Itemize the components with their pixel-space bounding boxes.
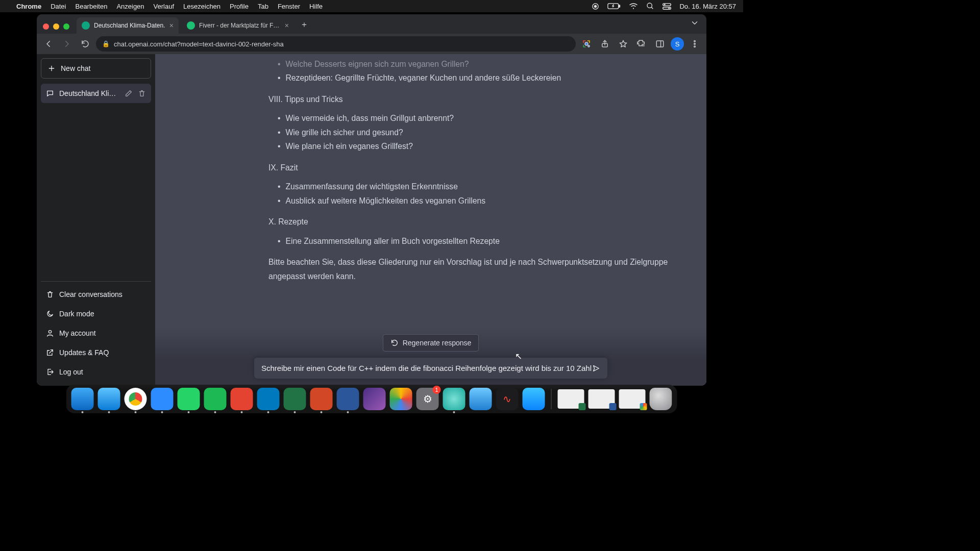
- window-close-button[interactable]: [43, 23, 49, 30]
- tab-title: Deutschland Klima-Daten.: [94, 22, 165, 29]
- side-panel-button[interactable]: [652, 36, 668, 52]
- browser-tab[interactable]: Fiverr - der Marktplatz für Fre… ×: [182, 17, 294, 34]
- svg-point-14: [694, 40, 696, 42]
- dock-zoom-icon[interactable]: [151, 388, 174, 410]
- new-chat-label: New chat: [61, 64, 90, 72]
- section-heading: VIII. Tipps und Tricks: [268, 92, 670, 106]
- menubar-item[interactable]: Tab: [258, 3, 268, 10]
- close-tab-icon[interactable]: ×: [169, 21, 174, 30]
- browser-toolbar: 🔒 chat.openai.com/chat?model=text-davinc…: [37, 34, 706, 54]
- dock-minimized-window[interactable]: [619, 389, 646, 409]
- menubar-item[interactable]: Anzeigen: [116, 3, 144, 10]
- address-bar[interactable]: 🔒 chat.openai.com/chat?model=text-davinc…: [96, 36, 576, 52]
- chat-main-area: Welche Desserts eignen sich zum veganen …: [155, 54, 706, 386]
- google-lens-icon[interactable]: [579, 36, 594, 52]
- menubar-item[interactable]: Profile: [230, 3, 249, 10]
- svg-point-17: [48, 331, 51, 333]
- svg-point-16: [694, 46, 696, 47]
- my-account-button[interactable]: My account: [41, 323, 151, 343]
- tab-overflow-icon[interactable]: [690, 18, 699, 30]
- svg-point-5: [647, 3, 652, 8]
- browser-tab[interactable]: Deutschland Klima-Daten. ×: [77, 17, 179, 34]
- dock-app-icon[interactable]: [443, 388, 465, 410]
- dock-chrome-icon[interactable]: [125, 388, 147, 410]
- list-item: Wie vermeide ich, dass mein Grillgut anb…: [278, 111, 670, 125]
- control-center-icon[interactable]: [663, 3, 671, 10]
- menubar-item[interactable]: Lesezeichen: [183, 3, 220, 10]
- svg-point-4: [633, 8, 634, 9]
- regenerate-response-button[interactable]: Regenerate response: [383, 334, 479, 352]
- dock-separator: [551, 389, 552, 409]
- svg-point-15: [694, 43, 696, 45]
- dock-word-icon[interactable]: [337, 388, 359, 410]
- refresh-icon: [390, 339, 399, 347]
- dock-minimized-window[interactable]: [589, 389, 615, 409]
- dock-excel-icon[interactable]: [284, 388, 306, 410]
- kebab-menu-button[interactable]: [687, 36, 702, 52]
- dock-appstore-icon[interactable]: [523, 388, 545, 410]
- openai-favicon-icon: [82, 21, 90, 30]
- dock-safari-icon[interactable]: [98, 388, 120, 410]
- dock-imovie-icon[interactable]: [363, 388, 386, 410]
- prompt-input[interactable]: Schreibe mir einen Code für C++ indem di…: [261, 364, 592, 372]
- conversation-item[interactable]: Deutschland Klima-Da: [41, 84, 151, 103]
- send-icon[interactable]: [592, 364, 600, 372]
- dock-minimized-window[interactable]: [558, 389, 584, 409]
- wifi-icon[interactable]: [629, 3, 638, 10]
- dock-spotify-icon[interactable]: [204, 388, 227, 410]
- dock-todoist-icon[interactable]: [231, 388, 253, 410]
- menubar-item[interactable]: Fenster: [278, 3, 300, 10]
- chrome-window: Deutschland Klima-Daten. × Fiverr - der …: [37, 14, 706, 386]
- forward-button[interactable]: [59, 36, 75, 52]
- menubar-app-name[interactable]: Chrome: [16, 3, 41, 10]
- list-item: Wie grille ich sicher und gesund?: [278, 126, 670, 139]
- dock-whatsapp-icon[interactable]: [178, 388, 200, 410]
- list-item: Rezeptideen: Gegrillte Früchte, veganer …: [278, 71, 670, 85]
- clear-conversations-button[interactable]: Clear conversations: [41, 285, 151, 304]
- menubar-item[interactable]: Bearbeiten: [75, 3, 107, 10]
- battery-icon[interactable]: [607, 3, 621, 10]
- tab-strip: Deutschland Klima-Daten. × Fiverr - der …: [37, 14, 706, 34]
- back-button[interactable]: [41, 36, 56, 52]
- spotlight-icon[interactable]: [646, 2, 654, 10]
- trash-icon: [46, 290, 54, 298]
- close-tab-icon[interactable]: ×: [285, 21, 289, 30]
- menubar-item[interactable]: Hilfe: [309, 3, 323, 10]
- dock-finder-icon[interactable]: [71, 388, 94, 410]
- trash-icon[interactable]: [138, 89, 146, 97]
- updates-faq-button[interactable]: Updates & FAQ: [41, 343, 151, 362]
- dark-mode-button[interactable]: Dark mode: [41, 304, 151, 323]
- regenerate-label: Regenerate response: [403, 339, 472, 347]
- moon-icon: [46, 310, 54, 318]
- screen-record-icon[interactable]: [592, 3, 599, 10]
- dock-trash-icon[interactable]: [650, 388, 672, 410]
- menubar-item[interactable]: Datei: [51, 3, 66, 10]
- prompt-input-container[interactable]: Schreibe mir einen Code für C++ indem di…: [254, 358, 607, 379]
- edit-icon[interactable]: [125, 89, 133, 97]
- profile-avatar[interactable]: S: [671, 37, 684, 51]
- bookmark-button[interactable]: [616, 36, 631, 52]
- menubar-item[interactable]: Verlauf: [154, 3, 174, 10]
- extensions-button[interactable]: [634, 36, 649, 52]
- dock-powerpoint-icon[interactable]: [310, 388, 333, 410]
- window-maximize-button[interactable]: [63, 23, 69, 30]
- dock-google-drive-icon[interactable]: [390, 388, 412, 410]
- share-button[interactable]: [597, 36, 612, 52]
- url-text: chat.openai.com/chat?model=text-davinci-…: [114, 40, 284, 48]
- dock-settings-icon[interactable]: 1⚙: [416, 388, 439, 410]
- window-minimize-button[interactable]: [53, 23, 59, 30]
- dock-trello-icon[interactable]: [257, 388, 280, 410]
- dock-badge: 1: [433, 386, 441, 394]
- sidebar-link-label: Dark mode: [59, 310, 94, 318]
- dock-voice-memos-icon[interactable]: ∿: [496, 388, 519, 410]
- svg-point-9: [669, 7, 670, 9]
- logout-icon: [46, 368, 54, 376]
- dock-quicktime-icon[interactable]: [470, 388, 492, 410]
- chat-input-area: Regenerate response Schreibe mir einen C…: [155, 328, 706, 386]
- reload-button[interactable]: [78, 36, 93, 52]
- menubar-clock[interactable]: Do. 16. März 20:57: [679, 3, 736, 10]
- logout-button[interactable]: Log out: [41, 362, 151, 382]
- new-tab-button[interactable]: ＋: [297, 17, 311, 32]
- svg-rect-3: [619, 5, 620, 7]
- new-chat-button[interactable]: New chat: [41, 58, 151, 79]
